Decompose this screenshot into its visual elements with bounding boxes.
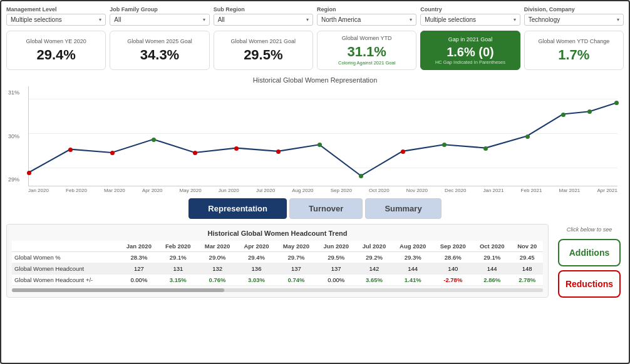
chart-dot — [614, 101, 619, 105]
chevron-down-icon: ▾ — [514, 17, 516, 23]
filter-group-sub-region: Sub Region All ▾ — [214, 6, 313, 26]
tab-representation[interactable]: Representation — [188, 198, 287, 219]
chart-dot — [193, 151, 197, 155]
table-cell: 0.76% — [198, 275, 237, 286]
chart-dot — [27, 171, 31, 175]
kpi-row: Global Women YE 2020 29.4% Global Women … — [6, 31, 624, 70]
kpi-subtitle: Coloring Against 2021 Goal — [338, 60, 395, 66]
table-header: Nov 20 — [511, 241, 543, 252]
kpi-title: Global Women YTD Change — [538, 38, 609, 44]
filter-label: Region — [317, 6, 416, 13]
chart-dot — [234, 146, 239, 151]
filter-label: Management Level — [6, 6, 106, 13]
table-header: Jun 2020 — [316, 241, 356, 252]
kpi-value: 29.4% — [36, 47, 75, 63]
kpi-title: Global Women 2025 Goal — [127, 38, 192, 44]
tabs-row: RepresentationTurnoverSummary — [6, 198, 624, 219]
x-label: Jan 2020 — [28, 188, 49, 193]
table-cell: 2.78% — [511, 275, 543, 286]
filter-value: Multiple selections — [425, 16, 476, 23]
kpi-title: Gap in 2021 Goal — [448, 36, 493, 43]
x-label: Mar 2021 — [559, 188, 581, 193]
kpi-card-global-women-ytd-change: Global Women YTD Change 1.7% — [524, 31, 624, 70]
y-label: 30% — [8, 133, 19, 139]
chevron-down-icon: ▾ — [203, 17, 205, 23]
x-label: Sep 2020 — [331, 188, 352, 193]
table-cell: 3.65% — [356, 275, 393, 286]
table-cell: 2.86% — [473, 275, 511, 286]
kpi-card-global-women-2021-goal: Global Women 2021 Goal 29.5% — [214, 31, 313, 70]
chevron-down-icon: ▾ — [410, 17, 412, 23]
filter-select[interactable]: Multiple selections ▾ — [6, 14, 106, 26]
filter-select[interactable]: All ▾ — [110, 14, 209, 26]
kpi-value: 1.7% — [558, 47, 589, 63]
x-label: Feb 2021 — [521, 188, 542, 193]
table-cell: 144 — [393, 263, 433, 275]
table-row: Global Women Headcount127131132136137137… — [12, 263, 543, 275]
filter-select[interactable]: All ▾ — [214, 14, 313, 26]
table-cell: 3.15% — [158, 275, 198, 286]
filter-label: Job Family Group — [110, 6, 209, 13]
kpi-title: Global Women YE 2020 — [26, 38, 86, 44]
filter-value: North America — [321, 16, 361, 23]
table-cell: 144 — [473, 263, 511, 275]
row-label: Global Women % — [12, 252, 120, 263]
x-label: Jan 2021 — [483, 188, 504, 193]
x-label: Aug 2020 — [292, 188, 313, 193]
chart-title: Historical Global Women Representation — [6, 76, 624, 84]
scroll-bar[interactable] — [12, 288, 543, 292]
bottom-section: Historical Global Women Headcount Trend … — [6, 224, 624, 298]
table-header: Sep 2020 — [433, 241, 473, 252]
kpi-card-global-women-2025-goal: Global Women 2025 Goal 34.3% — [110, 31, 209, 70]
x-label: Oct 2020 — [369, 188, 389, 193]
chart-dot — [152, 138, 156, 142]
filter-group-division,-company: Division, Company Technology ▾ — [524, 6, 624, 26]
table-cell: 28.6% — [433, 252, 473, 263]
kpi-card-gap-in-2021-goal: Gap in 2021 Goal 1.6% (0) HC Gap Indicat… — [420, 31, 520, 70]
table-row: Global Women %28.3%29.1%29.0%29.4%29.7%2… — [12, 252, 543, 263]
filter-group-job-family-group: Job Family Group All ▾ — [110, 6, 209, 26]
table-cell: 0.00% — [316, 275, 356, 286]
filter-select[interactable]: Multiple selections ▾ — [420, 14, 520, 26]
tab-summary[interactable]: Summary — [365, 198, 441, 219]
table-cell: 0.00% — [120, 275, 158, 286]
x-label: May 2020 — [180, 188, 202, 193]
table-header: Jan 2020 — [120, 241, 158, 252]
kpi-subtitle: HC Gap Indicated In Parentheses — [435, 59, 505, 65]
chart-dot — [587, 109, 592, 114]
x-label: Dec 2020 — [445, 188, 466, 193]
y-label: 29% — [8, 176, 19, 183]
x-label: Apr 2021 — [597, 188, 617, 193]
kpi-card-global-women-ye-2020: Global Women YE 2020 29.4% — [6, 31, 106, 70]
table-cell: 28.3% — [120, 252, 158, 263]
additions-button[interactable]: Additions — [558, 239, 621, 266]
x-label: Jul 2020 — [256, 188, 275, 193]
chart-dot — [442, 143, 447, 147]
filter-label: Division, Company — [524, 6, 624, 13]
filter-select[interactable]: North America ▾ — [317, 14, 416, 26]
table-cell: 137 — [276, 263, 317, 275]
tab-turnover[interactable]: Turnover — [289, 198, 363, 219]
x-label: Jun 2020 — [219, 188, 239, 193]
table-header: Aug 2020 — [393, 241, 433, 252]
table-cell: 137 — [316, 263, 356, 275]
x-label: Mar 2020 — [104, 188, 125, 193]
table-cell: 136 — [237, 263, 276, 275]
side-label: Click below to see — [567, 226, 612, 233]
kpi-title: Global Women 2021 Goal — [231, 38, 296, 44]
filters-row: Management Level Multiple selections ▾ J… — [6, 6, 624, 26]
table-cell: 29.4% — [237, 252, 276, 263]
filter-value: Multiple selections — [11, 16, 62, 23]
filter-value: All — [114, 16, 121, 23]
scroll-thumb[interactable] — [12, 288, 224, 292]
filter-label: Country — [420, 6, 520, 13]
table-cell: 29.7% — [276, 252, 317, 263]
table-header: Oct 2020 — [473, 241, 511, 252]
chevron-down-icon: ▾ — [617, 17, 619, 23]
x-label: Apr 2020 — [142, 188, 162, 193]
table-cell: 142 — [356, 263, 393, 275]
reductions-button[interactable]: Reductions — [558, 270, 621, 298]
filter-select[interactable]: Technology ▾ — [524, 14, 624, 26]
table-header: Feb 2020 — [158, 241, 198, 252]
filter-group-management-level: Management Level Multiple selections ▾ — [6, 6, 106, 26]
